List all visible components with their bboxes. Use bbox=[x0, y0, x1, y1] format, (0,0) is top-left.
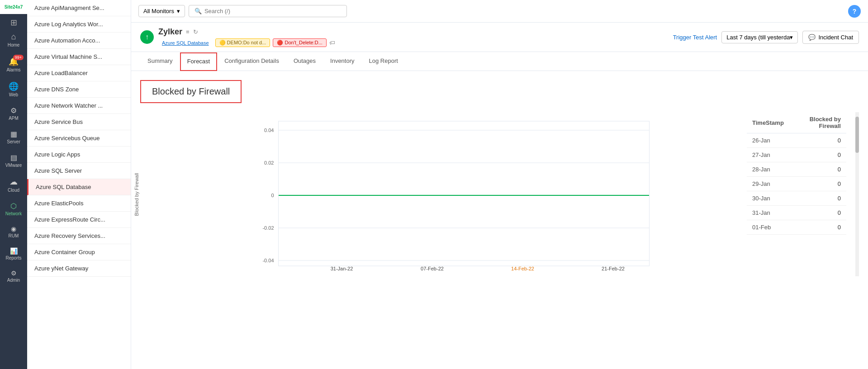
tab-forecast[interactable]: Forecast bbox=[181, 53, 217, 70]
tag-icon: 🏷 bbox=[329, 39, 335, 46]
sidebar-item-alarms[interactable]: 99+ 🔔 Alarms bbox=[0, 52, 27, 77]
sidebar-label-admin: Admin bbox=[7, 278, 20, 283]
blocked-by-firewall-box: Blocked by Firewall bbox=[140, 80, 242, 103]
trigger-test-alert-button[interactable]: Trigger Test Alert bbox=[673, 34, 717, 41]
chart-and-table: Blocked by Firewall 0.04 0.02 0 bbox=[140, 112, 859, 276]
nav-list: Azure ApiManagment Se... Azure Log Analy… bbox=[27, 0, 131, 369]
sidebar-item-rum[interactable]: ◉ RUM bbox=[0, 221, 27, 243]
svg-text:0.04: 0.04 bbox=[264, 128, 274, 133]
nav-item-azure-ss[interactable]: Azure SQL Server bbox=[27, 163, 131, 179]
scrollbar-thumb[interactable] bbox=[855, 117, 859, 153]
sidebar-item-network[interactable]: ⬡ Network bbox=[0, 197, 27, 221]
sidebar-item-apm[interactable]: ⚙ APM bbox=[0, 102, 27, 125]
blocked-by-firewall-title: Blocked by Firewall bbox=[152, 86, 230, 96]
nav-item-azure-ep[interactable]: Azure ElasticPools bbox=[27, 195, 131, 212]
chart-wrapper: Blocked by Firewall 0.04 0.02 0 bbox=[140, 112, 738, 276]
svg-text:0: 0 bbox=[271, 193, 274, 198]
sidebar: Site24x7 ⊞ ⌂ Home 99+ 🔔 Alarms 🌐 Web ⚙ A… bbox=[0, 0, 27, 369]
chat-icon: 💬 bbox=[808, 34, 816, 41]
monitor-select-label: All Monitors bbox=[143, 8, 174, 14]
nav-item-azure-sqldb[interactable]: Azure SQL Database bbox=[27, 179, 131, 195]
svg-text:07-Feb-22: 07-Feb-22 bbox=[421, 266, 444, 271]
grid-icon[interactable]: ⊞ bbox=[10, 18, 17, 28]
sidebar-item-vmware[interactable]: ▤ VMware bbox=[0, 149, 27, 172]
search-box[interactable]: 🔍 bbox=[189, 5, 347, 17]
nav-item-azure-er[interactable]: Azure ExpressRoute Circ... bbox=[27, 212, 131, 228]
sidebar-label-alarms: Alarms bbox=[6, 67, 20, 72]
logo-text: Site24x7 bbox=[5, 5, 23, 9]
tab-summary[interactable]: Summary bbox=[140, 52, 180, 71]
tab-inventory[interactable]: Inventory bbox=[323, 52, 361, 71]
content-area: Blocked by Firewall Blocked by Firewall bbox=[131, 71, 868, 369]
nav-item-azure-la[interactable]: Azure Logic Apps bbox=[27, 147, 131, 163]
col-header-blocked: Blocked byFirewall bbox=[797, 112, 846, 133]
monitor-type-link[interactable]: Azure SQL Database bbox=[158, 39, 213, 47]
web-icon: 🌐 bbox=[9, 81, 19, 91]
nav-item-azure-dns[interactable]: Azure DNS Zone bbox=[27, 81, 131, 98]
topbar: All Monitors ▾ 🔍 ? bbox=[131, 0, 868, 23]
monitor-select[interactable]: All Monitors ▾ bbox=[138, 5, 185, 17]
incident-chat-label: Incident Chat bbox=[818, 34, 853, 41]
search-input[interactable] bbox=[204, 8, 341, 14]
forecast-content: Blocked by Firewall Blocked by Firewall bbox=[131, 71, 868, 369]
table-row: 01-Feb 0 bbox=[747, 220, 846, 235]
monitor-info: Zylker ≡ ↻ Azure SQL Database 🟡 DEMO:Do … bbox=[158, 27, 335, 47]
cell-value: 0 bbox=[797, 177, 846, 191]
svg-rect-16 bbox=[279, 121, 650, 266]
sidebar-item-cloud[interactable]: ☁ Cloud bbox=[0, 172, 27, 197]
incident-chat-button[interactable]: 💬 Incident Chat bbox=[802, 31, 859, 44]
nav-item-azure-rs[interactable]: Azure Recovery Services... bbox=[27, 228, 131, 244]
status-indicator: ↑ bbox=[140, 30, 154, 44]
nav-item-azure-cg[interactable]: Azure Container Group bbox=[27, 244, 131, 260]
monitor-tags: Azure SQL Database 🟡 DEMO:Do not d... 🔴 … bbox=[158, 38, 335, 47]
logo: Site24x7 bbox=[0, 0, 27, 14]
sidebar-label-rum: RUM bbox=[9, 233, 19, 238]
search-icon: 🔍 bbox=[194, 8, 202, 14]
svg-text:0.02: 0.02 bbox=[264, 160, 274, 166]
sidebar-item-web[interactable]: 🌐 Web bbox=[0, 77, 27, 102]
nav-item-azure-api[interactable]: Azure ApiManagment Se... bbox=[27, 0, 131, 16]
sidebar-label-cloud: Cloud bbox=[8, 188, 19, 193]
tab-config[interactable]: Configuration Details bbox=[217, 52, 286, 71]
tab-outages[interactable]: Outages bbox=[286, 52, 323, 71]
nav-item-azure-log[interactable]: Azure Log Analytics Wor... bbox=[27, 16, 131, 33]
nav-item-azure-auto[interactable]: Azure Automation Acco... bbox=[27, 33, 131, 49]
chart-svg: 0.04 0.02 0 -0.02 -0.04 31-Jan-22 07-Feb… bbox=[172, 112, 738, 275]
sidebar-label-vmware: VMware bbox=[5, 163, 22, 168]
cell-date: 31-Jan bbox=[747, 206, 797, 220]
nav-item-azure-sb[interactable]: Azure Service Bus bbox=[27, 114, 131, 130]
svg-text:31-Jan-22: 31-Jan-22 bbox=[331, 266, 353, 271]
table-row: 29-Jan 0 bbox=[747, 177, 846, 191]
sidebar-item-home[interactable]: ⌂ Home bbox=[0, 28, 27, 52]
reports-icon: 📊 bbox=[10, 247, 18, 255]
refresh-icon[interactable]: ↻ bbox=[193, 28, 198, 35]
sidebar-item-admin[interactable]: ⚙ Admin bbox=[0, 265, 27, 287]
nav-item-azure-lb[interactable]: Azure LoadBalancer bbox=[27, 65, 131, 81]
sidebar-label-network: Network bbox=[5, 211, 22, 216]
sidebar-item-server[interactable]: ▦ Server bbox=[0, 125, 27, 149]
sidebar-item-reports[interactable]: 📊 Reports bbox=[0, 243, 27, 265]
monitor-header-right: Trigger Test Alert Last 7 days (till yes… bbox=[673, 31, 859, 44]
vmware-icon: ▤ bbox=[10, 153, 17, 162]
cell-date: 28-Jan bbox=[747, 162, 797, 177]
alarms-badge: 99+ bbox=[13, 55, 24, 60]
tab-log[interactable]: Log Report bbox=[362, 52, 405, 71]
svg-text:14-Feb-22: 14-Feb-22 bbox=[511, 266, 534, 271]
date-range-select[interactable]: Last 7 days (till yesterda▾ bbox=[721, 31, 798, 43]
cell-value: 0 bbox=[797, 220, 846, 235]
cell-date: 30-Jan bbox=[747, 191, 797, 206]
table-row: 30-Jan 0 bbox=[747, 191, 846, 206]
cell-value: 0 bbox=[797, 206, 846, 220]
hamburger-icon[interactable]: ≡ bbox=[186, 28, 190, 35]
table-row: 31-Jan 0 bbox=[747, 206, 846, 220]
help-button[interactable]: ? bbox=[848, 5, 861, 18]
nav-item-azure-nw[interactable]: Azure Network Watcher ... bbox=[27, 98, 131, 114]
nav-item-azure-vnet[interactable]: Azure yNet Gateway bbox=[27, 260, 131, 277]
nav-item-azure-vm[interactable]: Azure Virtual Machine S... bbox=[27, 49, 131, 65]
cell-value: 0 bbox=[797, 133, 846, 148]
home-icon: ⌂ bbox=[11, 32, 16, 42]
scrollbar[interactable] bbox=[855, 112, 859, 276]
sidebar-label-web: Web bbox=[9, 92, 18, 97]
nav-item-azure-sbq[interactable]: Azure Servicebus Queue bbox=[27, 130, 131, 147]
date-range-label: Last 7 days (till yesterda▾ bbox=[726, 34, 793, 41]
